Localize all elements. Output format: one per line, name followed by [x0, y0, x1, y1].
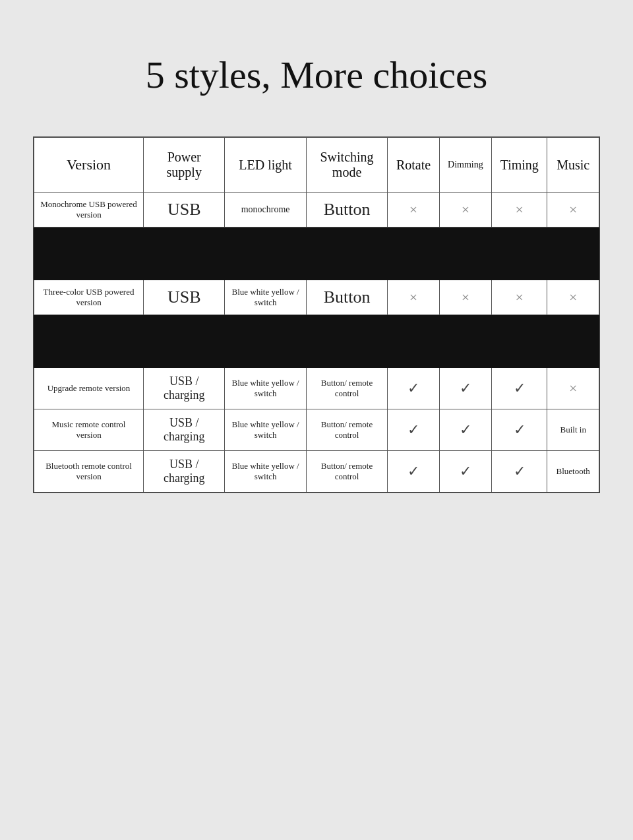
cell-music-1: × — [547, 193, 599, 227]
header-power: Power supply — [144, 138, 225, 193]
cell-music-4: Built in — [547, 409, 599, 451]
table-row: Music remote control version USB / charg… — [34, 409, 599, 451]
cell-switching-2: Button — [306, 280, 387, 315]
table-header-row: Version Power supply LED light Switching… — [34, 138, 599, 193]
cell-led-2: Blue white yellow / switch — [225, 280, 306, 315]
cell-version-5: Bluetooth remote control version — [34, 451, 144, 493]
cell-rotate-2: × — [388, 280, 440, 315]
cell-version-3: Upgrade remote version — [34, 368, 144, 409]
black-divider-row — [34, 315, 599, 368]
cell-power-1: USB — [144, 193, 225, 227]
cell-timing-2: × — [492, 280, 547, 315]
cell-version-2: Three-color USB powered version — [34, 280, 144, 315]
cell-dimming-3: ✓ — [439, 368, 491, 409]
cell-rotate-3: ✓ — [388, 368, 440, 409]
cell-music-2: × — [547, 280, 599, 315]
cell-rotate-4: ✓ — [388, 409, 440, 451]
cell-power-3: USB / charging — [144, 368, 225, 409]
cell-music-3: × — [547, 368, 599, 409]
black-divider-row — [34, 227, 599, 280]
cell-timing-4: ✓ — [492, 409, 547, 451]
header-version: Version — [34, 138, 144, 193]
cell-version-4: Music remote control version — [34, 409, 144, 451]
black-divider-cell — [34, 227, 599, 280]
cell-timing-3: ✓ — [492, 368, 547, 409]
cell-switching-3: Button/ remote control — [306, 368, 387, 409]
table-row: Bluetooth remote control version USB / c… — [34, 451, 599, 493]
cell-music-5: Bluetooth — [547, 451, 599, 493]
cell-led-4: Blue white yellow / switch — [225, 409, 306, 451]
cell-timing-5: ✓ — [492, 451, 547, 493]
black-divider-cell — [34, 315, 599, 368]
cell-power-5: USB / charging — [144, 451, 225, 493]
header-switching: Switching mode — [306, 138, 387, 193]
cell-dimming-5: ✓ — [439, 451, 491, 493]
cell-led-5: Blue white yellow / switch — [225, 451, 306, 493]
cell-led-1: monochrome — [225, 193, 306, 227]
table-row: Monochrome USB powered version USB monoc… — [34, 193, 599, 227]
header-dimming: Dimming — [439, 138, 491, 193]
cell-timing-1: × — [492, 193, 547, 227]
cell-power-4: USB / charging — [144, 409, 225, 451]
comparison-table: Version Power supply LED light Switching… — [33, 136, 600, 493]
cell-led-3: Blue white yellow / switch — [225, 368, 306, 409]
header-rotate: Rotate — [388, 138, 440, 193]
header-led: LED light — [225, 138, 306, 193]
cell-power-2: USB — [144, 280, 225, 315]
table-row: Three-color USB powered version USB Blue… — [34, 280, 599, 315]
cell-dimming-4: ✓ — [439, 409, 491, 451]
header-music: Music — [547, 138, 599, 193]
cell-rotate-5: ✓ — [388, 451, 440, 493]
header-timing: Timing — [492, 138, 547, 193]
cell-dimming-1: × — [439, 193, 491, 227]
cell-switching-1: Button — [306, 193, 387, 227]
cell-dimming-2: × — [439, 280, 491, 315]
cell-version-1: Monochrome USB powered version — [34, 193, 144, 227]
page-title: 5 styles, More choices — [146, 53, 488, 97]
cell-switching-4: Button/ remote control — [306, 409, 387, 451]
table-row: Upgrade remote version USB / charging Bl… — [34, 368, 599, 409]
cell-switching-5: Button/ remote control — [306, 451, 387, 493]
cell-rotate-1: × — [388, 193, 440, 227]
